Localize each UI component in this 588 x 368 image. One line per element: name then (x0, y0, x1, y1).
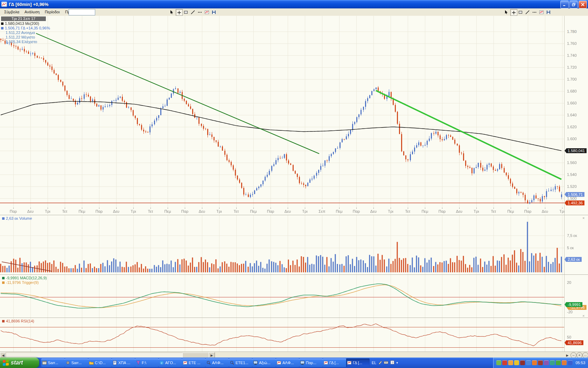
x-axis-label: Δευ (199, 209, 205, 213)
tray-icon-4[interactable] (514, 360, 519, 365)
x-axis-tick (271, 207, 271, 209)
x-axis-label: Τρι (302, 209, 307, 213)
x-axis-label: Δευ (542, 209, 548, 213)
macd-tick: 20 (567, 280, 571, 285)
task-button-4[interactable]: F:\ (135, 359, 159, 367)
close-button[interactable] (579, 1, 587, 8)
system-tray: 05:53 (493, 357, 588, 368)
x-axis-tick (562, 207, 562, 209)
tray-icon-1[interactable] (496, 360, 501, 365)
pen-icon[interactable] (378, 360, 382, 366)
task-button-7[interactable]: ΑΛΦ... (205, 359, 229, 367)
trendline-icon[interactable] (190, 9, 196, 15)
monitor-icon (253, 360, 258, 365)
task-button-2[interactable]: C:\D... (88, 359, 112, 367)
tray-icon-11[interactable] (556, 360, 561, 365)
app-icon (1, 2, 7, 7)
task-button-8[interactable]: ΕΤΕ1... (229, 359, 252, 367)
macd-chart-canvas[interactable] (0, 275, 564, 318)
keyboard-icon[interactable] (384, 360, 388, 366)
task-button-5[interactable]: eΑΓΟ... (159, 359, 182, 367)
task-button-0[interactable]: Sarr... (41, 359, 65, 367)
volume-tick: 7,5 εκ (567, 233, 577, 238)
legend-row-0: 1.580,0413 Με(200) (1, 21, 50, 26)
volume-chart-canvas[interactable] (0, 215, 564, 275)
close-macd-pane-icon[interactable]: × (582, 314, 584, 318)
x-axis-label: Δευ (370, 209, 377, 213)
pointer-icon[interactable] (169, 9, 175, 15)
price-tick: 1.640 (567, 113, 577, 117)
tray-icon-2[interactable] (502, 360, 507, 365)
x-axis-label: Παρ (96, 209, 103, 213)
task-button-1[interactable]: Sarr... (65, 359, 88, 367)
rsi-swatch (2, 320, 5, 322)
scrollbar-track[interactable] (6, 352, 209, 357)
chart-icon (276, 360, 281, 365)
help-icon[interactable]: ? (390, 360, 395, 366)
save-icon[interactable] (211, 9, 217, 15)
tray-icon-12[interactable] (562, 360, 567, 365)
rsi-chart-canvas[interactable] (0, 318, 564, 352)
symbol-input[interactable] (69, 9, 95, 15)
task-button-13[interactable]: ΓΔ [... (346, 359, 370, 367)
tray-icon-7[interactable] (532, 360, 537, 365)
price-tick: 1.700 (567, 77, 577, 81)
chart-area (0, 16, 588, 352)
x-axis-label: Τρι (388, 209, 393, 213)
start-button[interactable]: start (0, 357, 39, 368)
save-icon[interactable] (545, 9, 552, 15)
price-tick: 1.520 (567, 184, 577, 189)
menu-item-Σύμβολα[interactable]: Σύμβολα (3, 9, 21, 14)
close-volume-pane-icon[interactable]: × (582, 216, 584, 220)
menu-item-Περίοδοι[interactable]: Περίοδοι (43, 9, 61, 14)
x-axis-label: Τετ (491, 209, 496, 213)
zoom-box-icon[interactable] (183, 9, 189, 15)
tray-icon-9[interactable] (544, 360, 549, 365)
tray-icon-8[interactable] (538, 360, 543, 365)
crosshair-icon[interactable] (176, 9, 183, 16)
x-axis-label: Τετ (62, 209, 68, 213)
crosshair-icon[interactable] (510, 9, 517, 16)
zoom-box-icon[interactable] (517, 9, 524, 15)
x-axis-label: Παρ (439, 209, 446, 213)
x-axis-tick (511, 207, 511, 209)
tray-icon-13[interactable] (568, 360, 573, 365)
restore-button[interactable] (569, 1, 578, 8)
dashes-icon[interactable] (197, 9, 203, 15)
tray-icon-6[interactable] (526, 360, 531, 365)
x-axis-label: Τρι (559, 209, 565, 213)
task-button-6[interactable]: ΕΤΕ ... (182, 359, 205, 367)
language-indicator[interactable]: EL (372, 361, 376, 365)
tray-icon-10[interactable] (550, 360, 555, 365)
macd-trigger-legend: -11,9796 Trigger(9) (2, 280, 38, 285)
volume-legend: 2,63 εκ Volume (2, 216, 32, 220)
x-axis-label: Πεμ (250, 209, 257, 213)
x-axis-label: Δευ (27, 209, 34, 213)
chart-icon[interactable] (204, 9, 210, 15)
price-tick: 1.560 (567, 161, 577, 165)
menu-item-Ανάλυση[interactable]: Ανάλυση (23, 9, 41, 14)
language-bar-chevron-icon[interactable]: ▾ (396, 361, 398, 364)
macd-value-tag: -9,9991 (565, 302, 582, 307)
task-button-10[interactable]: ΑΛΦ... (276, 359, 299, 367)
window-titlebar[interactable]: ΓΔ [60min] +0,96% (0, 0, 588, 8)
task-button-12[interactable]: ΓΔ [... (323, 359, 346, 367)
price-chart-canvas[interactable] (0, 16, 564, 207)
minimize-button[interactable] (560, 1, 569, 8)
tray-icon-3[interactable] (508, 360, 513, 365)
task-button-3[interactable]: ΧΠΑ ... (112, 359, 135, 367)
tray-icon-5[interactable] (520, 360, 525, 365)
x-axis-label: Πεμ (336, 209, 342, 213)
x-axis-tick (322, 207, 322, 209)
x-axis-tick (545, 207, 545, 209)
chart-icon[interactable] (538, 9, 545, 15)
task-button-9[interactable]: Αξιώ... (252, 359, 276, 367)
ie-icon: e (159, 360, 164, 365)
task-button-11[interactable]: Παρ... (299, 359, 323, 367)
x-axis-tick (373, 207, 374, 209)
trendline-icon[interactable] (524, 9, 531, 15)
dashes-icon[interactable] (531, 9, 538, 15)
x-axis-tick (339, 207, 340, 209)
x-axis-tick (133, 207, 134, 209)
pointer-icon[interactable] (503, 9, 510, 15)
